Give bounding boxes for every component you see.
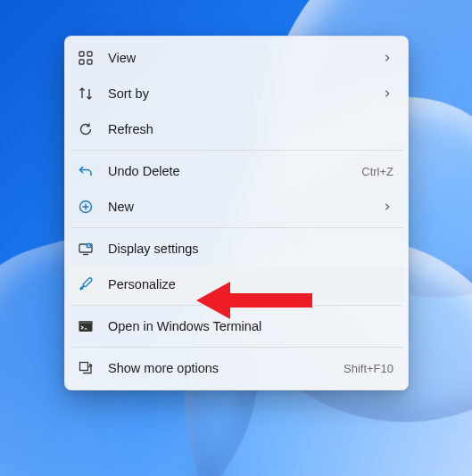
personalize-icon	[78, 276, 94, 292]
chevron-right-icon	[381, 53, 393, 62]
desktop-context-menu: View Sort by Refresh	[64, 36, 409, 390]
menu-item-new[interactable]: New	[69, 189, 404, 225]
sort-icon	[78, 86, 94, 102]
menu-separator	[70, 305, 402, 306]
menu-separator	[70, 150, 402, 151]
svg-rect-3	[87, 60, 92, 64]
menu-item-view[interactable]: View	[69, 40, 404, 76]
menu-item-label: Refresh	[108, 122, 393, 136]
display-icon	[78, 241, 94, 257]
more-options-icon	[78, 360, 94, 376]
terminal-icon	[78, 318, 94, 334]
new-icon	[78, 199, 94, 215]
menu-item-label: Sort by	[108, 86, 374, 101]
view-icon	[78, 50, 94, 66]
svg-rect-8	[79, 321, 93, 324]
menu-item-undo-delete[interactable]: Undo Delete Ctrl+Z	[69, 153, 404, 189]
svg-rect-2	[79, 60, 84, 64]
menu-item-accelerator: Ctrl+Z	[361, 165, 393, 178]
menu-item-personalize[interactable]: Personalize	[69, 267, 404, 302]
chevron-right-icon	[381, 202, 393, 211]
menu-item-display-settings[interactable]: Display settings	[69, 231, 404, 267]
svg-rect-1	[87, 52, 92, 56]
menu-separator	[70, 347, 402, 348]
svg-rect-0	[79, 52, 84, 56]
menu-item-label: Show more options	[108, 361, 336, 375]
menu-item-label: New	[108, 200, 374, 214]
menu-separator	[70, 227, 402, 228]
menu-item-label: Undo Delete	[108, 164, 354, 178]
menu-item-refresh[interactable]: Refresh	[69, 111, 404, 147]
menu-item-label: Display settings	[108, 242, 393, 256]
menu-item-sort-by[interactable]: Sort by	[69, 76, 404, 111]
menu-item-open-terminal[interactable]: Open in Windows Terminal	[69, 308, 404, 344]
svg-rect-9	[80, 363, 88, 371]
chevron-right-icon	[381, 89, 393, 98]
undo-icon	[78, 163, 94, 179]
menu-item-label: View	[108, 51, 374, 65]
menu-item-label: Open in Windows Terminal	[108, 319, 393, 333]
refresh-icon	[78, 121, 94, 137]
menu-item-show-more-options[interactable]: Show more options Shift+F10	[69, 350, 404, 386]
menu-item-label: Personalize	[108, 277, 393, 291]
menu-item-accelerator: Shift+F10	[344, 362, 393, 375]
